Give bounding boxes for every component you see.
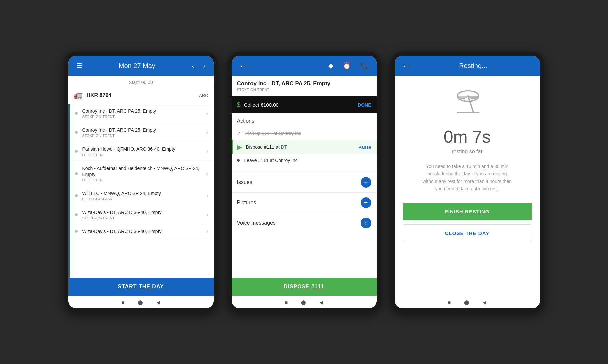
rest-timer-label: resting so far — [452, 149, 482, 155]
android-nav: ■ ⬤ ◀ — [68, 296, 214, 308]
route-dot — [75, 194, 78, 197]
rest-info-text: You need to take a 15 min and a 30 min b… — [421, 163, 514, 193]
rest-buttons: FINISH RESTING CLOSE THE DAY — [403, 203, 532, 247]
pictures-row[interactable]: Pictures + — [232, 192, 377, 213]
prev-day-icon[interactable]: ‹ — [189, 61, 197, 71]
route-loc-3: Leicester — [82, 178, 207, 182]
nav-triangle[interactable]: ◀ — [156, 300, 160, 305]
chevron-icon-4: › — [206, 193, 208, 199]
chevron-icon-2: › — [206, 148, 208, 154]
phone-icon[interactable]: 📞 — [358, 60, 371, 71]
dispose-link[interactable]: DT — [281, 144, 287, 150]
collect-text: Collect €100.00 — [244, 102, 358, 108]
vehicle-badge: ARC — [199, 93, 208, 98]
nav-square[interactable]: ■ — [122, 300, 124, 305]
completed-action: ✓ Pick up #111 at Conroy Inc — [232, 127, 377, 140]
delivery-title: Conroy Inc - DT, ARC PA 25, Empty — [237, 80, 371, 87]
pause-button[interactable]: Pause — [358, 145, 371, 150]
route-dot — [75, 213, 78, 216]
back-icon-3[interactable]: ← — [400, 61, 412, 71]
rest-content: 0m 7s resting so far You need to take a … — [395, 76, 540, 296]
route-item-5[interactable]: Wiza-Davis - DT, ARC D 36-40, Empty Stok… — [70, 205, 214, 224]
checkmark-icon: ✓ — [237, 130, 241, 136]
bullet-icon — [237, 159, 240, 162]
route-item-3[interactable]: Koch - Aufderhar and Heidenreich - MNWQ,… — [70, 161, 214, 186]
nav-square-3[interactable]: ■ — [448, 300, 451, 305]
route-loc-2: Leicester — [82, 153, 207, 157]
android-nav-2: ■ ⬤ ◀ — [232, 296, 377, 308]
route-dot — [75, 172, 78, 175]
chevron-icon-0: › — [206, 110, 208, 116]
route-dot — [75, 131, 78, 134]
route-loc-1: STOKE-ON-TRENT — [82, 134, 207, 138]
chevron-icon-5: › — [206, 212, 208, 218]
delivery-subtitle: STOKE-ON-TRENT — [237, 88, 371, 91]
nav-circle[interactable]: ⬤ — [138, 300, 143, 305]
route-dot — [75, 112, 78, 115]
start-time-label: Start: 06:00 — [68, 76, 214, 87]
vehicle-name: HKR 8794 — [87, 92, 199, 98]
chevron-icon-3: › — [206, 171, 208, 177]
route-loc-5: Stoke-On-Trent — [82, 216, 207, 220]
collect-done-button[interactable]: DONE — [358, 102, 371, 108]
screen1-date: Mon 27 May — [85, 62, 189, 70]
route-loc-4: Port Glasgow — [82, 197, 207, 201]
dollar-icon: $ — [237, 101, 241, 109]
route-list: Conroy Inc - DT, ARC PA 25, Empty STOKE-… — [68, 104, 214, 278]
finish-resting-button[interactable]: FINISH RESTING — [403, 203, 532, 220]
route-name-2: Parisian-Howe - QFMHO, ARC 36-40, Empty — [82, 146, 207, 152]
active-action-text: Dispose #111 at DT — [246, 144, 359, 150]
pending-action: Leave #111 at Conroy Inc — [232, 154, 377, 166]
voice-row[interactable]: Voice messages + — [232, 213, 377, 233]
voice-label: Voice messages — [237, 220, 361, 226]
clock-icon[interactable]: ⏰ — [340, 60, 354, 71]
rest-timer: 0m 7s — [444, 127, 491, 147]
back-icon[interactable]: ← — [237, 61, 249, 71]
chevron-icon-6: › — [206, 228, 208, 234]
route-name-1: Conroy Inc - DT, ARC PA 25, Empty — [82, 127, 207, 133]
add-voice-button[interactable]: + — [361, 218, 371, 228]
location-icon[interactable]: ◆ — [326, 60, 336, 71]
screen3-title: Resting... — [412, 62, 535, 70]
route-item-6[interactable]: Wiza-Davis - DT, ARC D 36-40, Empty › — [70, 224, 214, 239]
nav-circle-2[interactable]: ⬤ — [301, 300, 306, 305]
android-nav-3: ■ ⬤ ◀ — [395, 296, 540, 308]
issues-row[interactable]: Issues + — [232, 172, 377, 192]
rest-icon-area — [451, 86, 484, 120]
route-dot — [75, 150, 78, 153]
nav-triangle-2[interactable]: ◀ — [319, 300, 323, 305]
pictures-label: Pictures — [237, 200, 361, 206]
actions-section: Actions ✓ Pick up #111 at Conroy Inc ▶ D… — [232, 113, 377, 278]
divider-1 — [232, 169, 377, 169]
route-item-2[interactable]: Parisian-Howe - QFMHO, ARC 36-40, Empty … — [70, 142, 214, 161]
next-day-icon[interactable]: › — [201, 61, 208, 71]
close-day-button[interactable]: CLOSE THE DAY — [403, 224, 532, 242]
beach-umbrella-icon — [451, 86, 484, 119]
action-completed-text: Pick up #111 at Conroy Inc — [245, 131, 301, 136]
vehicle-row: 🚛 HKR 8794 ARC — [68, 87, 214, 104]
route-name-4: Will LLC - MNWQ, ARC SP 24, Empty — [82, 190, 207, 196]
screen1-header: ☰ Mon 27 May ‹ › — [68, 56, 214, 76]
route-dot — [75, 230, 78, 233]
menu-icon[interactable]: ☰ — [74, 60, 85, 71]
add-pictures-button[interactable]: + — [361, 197, 371, 208]
nav-square-2[interactable]: ■ — [285, 300, 288, 305]
route-item-4[interactable]: Will LLC - MNWQ, ARC SP 24, Empty Port G… — [70, 186, 214, 205]
add-issues-button[interactable]: + — [361, 177, 371, 188]
route-item-1[interactable]: Conroy Inc - DT, ARC PA 25, Empty STOKE-… — [70, 123, 214, 142]
start-day-button[interactable]: START THE DAY — [68, 278, 214, 296]
route-name-3: Koch - Aufderhar and Heidenreich - MNWQ,… — [82, 165, 207, 177]
nav-triangle-3[interactable]: ◀ — [483, 300, 486, 305]
route-item-0[interactable]: Conroy Inc - DT, ARC PA 25, Empty STOKE-… — [70, 104, 214, 123]
issues-label: Issues — [237, 179, 361, 185]
route-name-6: Wiza-Davis - DT, ARC D 36-40, Empty — [82, 228, 207, 234]
pending-action-text: Leave #111 at Conroy Inc — [244, 158, 298, 163]
dispose-button[interactable]: DISPOSE #111 — [232, 278, 377, 296]
nav-circle-3[interactable]: ⬤ — [464, 300, 469, 305]
screen3-header: ← Resting... — [395, 56, 540, 76]
chevron-icon-1: › — [206, 129, 208, 135]
route-name-0: Conroy Inc - DT, ARC PA 25, Empty — [82, 108, 207, 114]
truck-icon: 🚛 — [74, 91, 83, 100]
screen2-header: ← ◆ ⏰ 📞 — [232, 56, 377, 76]
play-icon: ▶ — [237, 143, 242, 151]
